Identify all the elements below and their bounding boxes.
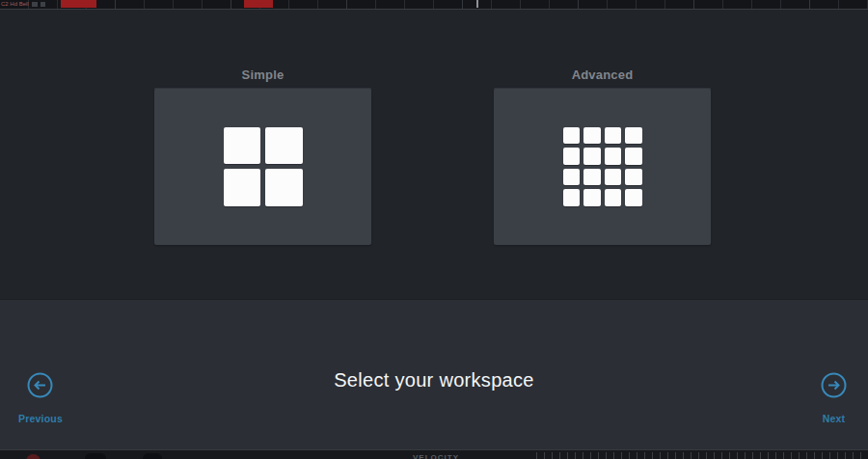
grid-cell	[605, 148, 622, 165]
grid-cell	[583, 127, 601, 145]
daw-knob-red	[26, 454, 41, 459]
grid-cell	[563, 169, 581, 186]
daw-velocity-stems	[536, 452, 868, 459]
next-button[interactable]: Next	[821, 372, 847, 424]
daw-playhead	[476, 0, 478, 8]
daw-knob	[143, 453, 162, 459]
grid-cell	[563, 127, 581, 145]
previous-button[interactable]: Previous	[18, 372, 63, 424]
simple-workspace-card[interactable]	[154, 88, 371, 245]
daw-chip	[32, 2, 38, 7]
workspace-options-section: Simple Advanced	[0, 10, 868, 299]
grid-cell	[224, 169, 261, 206]
advanced-option-label: Advanced	[494, 68, 711, 82]
simple-option-label: Simple	[154, 68, 371, 82]
grid-2x2-icon	[224, 127, 303, 206]
grid-cell	[265, 169, 303, 206]
grid-cell	[605, 127, 622, 145]
grid-cell	[583, 169, 601, 186]
next-button-label: Next	[823, 413, 846, 424]
grid-cell	[625, 189, 642, 206]
grid-cell	[605, 189, 622, 206]
grid-cell	[583, 148, 601, 165]
grid-cell	[265, 127, 303, 165]
daw-clip-red	[244, 0, 273, 8]
page-title: Select your workspace	[0, 369, 868, 392]
grid-cell	[563, 148, 581, 165]
grid-cell	[583, 189, 601, 206]
grid-4x4-icon	[563, 127, 642, 206]
advanced-workspace-card[interactable]	[494, 88, 711, 245]
grid-cell	[224, 127, 261, 165]
arrow-left-icon	[27, 372, 53, 398]
daw-knob	[85, 453, 106, 459]
grid-cell	[625, 148, 642, 165]
arrow-right-icon	[821, 372, 847, 398]
daw-device-strip: VELOCITY	[0, 449, 868, 459]
previous-button-label: Previous	[18, 413, 63, 424]
daw-timeline-strip: C2 Hd Bell	[0, 0, 868, 10]
daw-track-label: C2 Hd Bell	[1, 0, 29, 9]
grid-cell	[563, 189, 581, 206]
grid-cell	[625, 127, 642, 145]
grid-cell	[625, 169, 642, 186]
daw-clip-red	[61, 0, 96, 8]
velocity-lane-label: VELOCITY	[413, 453, 459, 459]
workspace-footer-section: Select your workspace Previous Next	[0, 299, 868, 449]
grid-cell	[605, 169, 622, 186]
workspace-select-screen: C2 Hd Bell Simple Advanced Select your w…	[0, 0, 868, 459]
daw-chip	[41, 2, 45, 7]
